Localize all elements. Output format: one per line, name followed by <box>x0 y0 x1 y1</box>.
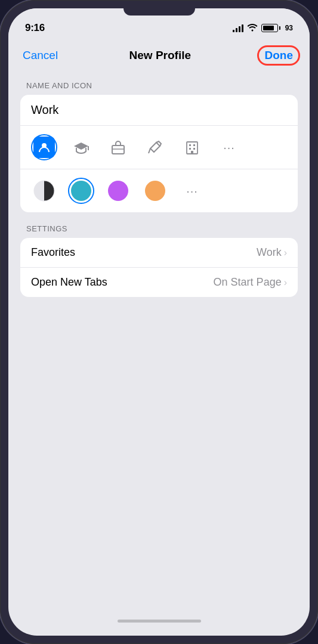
favorites-current-value: Work <box>257 246 282 259</box>
home-indicator <box>118 620 201 623</box>
status-time: 9:16 <box>25 22 45 34</box>
open-new-tabs-row[interactable]: Open New Tabs On Start Page › <box>20 268 298 297</box>
icon-hammer[interactable] <box>142 134 168 160</box>
favorites-row[interactable]: Favorites Work › <box>20 238 298 268</box>
color-more[interactable]: ··· <box>179 178 205 204</box>
done-button[interactable]: Done <box>262 48 295 63</box>
svg-rect-4 <box>189 144 191 146</box>
favorites-label: Favorites <box>31 246 75 259</box>
settings-section-label: SETTINGS <box>8 218 310 238</box>
favorites-chevron-icon: › <box>284 247 287 258</box>
status-bar: 9:16 <box>8 8 310 41</box>
phone-screen: 9:16 <box>8 8 310 636</box>
color-blue-selected[interactable] <box>68 178 94 204</box>
svg-point-11 <box>71 181 91 201</box>
name-input-row <box>20 95 298 126</box>
page-title: New Profile <box>129 49 191 62</box>
color-orange[interactable] <box>142 178 168 204</box>
svg-point-12 <box>108 181 128 201</box>
svg-rect-8 <box>191 151 193 154</box>
settings-card: Favorites Work › Open New Tabs On Start … <box>20 238 298 297</box>
icon-graduation[interactable] <box>68 134 94 160</box>
open-new-tabs-value: On Start Page › <box>214 276 287 289</box>
open-new-tabs-current-value: On Start Page <box>214 276 282 289</box>
nav-bar: Cancel New Profile Done <box>8 41 310 70</box>
profile-name-input[interactable] <box>31 103 287 117</box>
battery-icon <box>261 24 280 32</box>
done-button-wrapper: Done <box>262 49 295 62</box>
battery-percent: 93 <box>285 24 293 32</box>
icon-person-selected[interactable] <box>31 134 57 160</box>
colors-row: ··· <box>20 169 298 212</box>
color-purple[interactable] <box>105 178 131 204</box>
open-new-tabs-label: Open New Tabs <box>31 276 107 289</box>
icon-bag[interactable] <box>105 134 131 160</box>
favorites-value: Work › <box>257 246 287 259</box>
status-right: 93 <box>233 23 293 33</box>
open-new-tabs-chevron-icon: › <box>284 277 287 288</box>
phone-shell: 9:16 <box>0 0 318 644</box>
content-area: NAME AND ICON <box>8 70 310 302</box>
svg-rect-6 <box>189 148 191 150</box>
color-dark[interactable] <box>31 178 57 204</box>
notch <box>124 8 195 16</box>
signal-bars-icon <box>233 24 243 32</box>
cancel-button[interactable]: Cancel <box>23 49 58 62</box>
svg-rect-2 <box>112 145 124 154</box>
icon-more[interactable]: ··· <box>216 134 242 160</box>
svg-rect-5 <box>193 144 195 146</box>
icon-building[interactable] <box>179 134 205 160</box>
wifi-icon <box>247 23 258 33</box>
svg-point-13 <box>145 181 165 201</box>
icons-row: ··· <box>20 126 298 169</box>
name-and-icon-section-label: NAME AND ICON <box>8 75 310 95</box>
name-and-icon-card: ··· <box>20 95 298 212</box>
svg-rect-7 <box>193 148 195 150</box>
